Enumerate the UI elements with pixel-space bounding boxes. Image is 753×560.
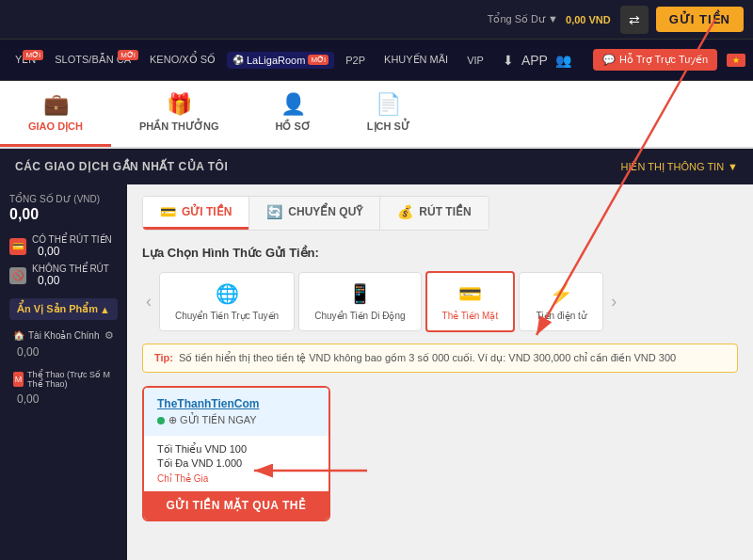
users-icon[interactable]: 👥: [555, 53, 571, 68]
sports-icon: M: [13, 372, 24, 387]
payment-method-the-tien-mat[interactable]: 💳 Thẻ Tiền Mặt: [425, 271, 516, 332]
toi-da-row: Tối Đa VND 1.000: [157, 457, 315, 470]
tab-phan-thuong[interactable]: 🎁 PHẦN THƯỞNG: [111, 81, 247, 147]
nav-item-keno[interactable]: KENO/XỔ SỐ: [142, 50, 223, 70]
payment-methods: ‹ 🌐 Chuyển Tiền Trực Tuyến 📱 Chuyển Tiền…: [142, 271, 738, 332]
balance-info: Tổng Số Dư ▼ 0,00 VND: [488, 13, 611, 25]
sub-tab-rut-tien[interactable]: 💰 RÚT TIỀN: [380, 197, 488, 230]
nav-item-khuyen-mai[interactable]: KHUYẾN MÃI: [376, 50, 456, 70]
withdrawable-amount: 0,00: [38, 245, 112, 258]
sub-tab-chuyen-quy[interactable]: 🔄 CHUYỂN QUỸ: [249, 197, 379, 230]
toi-thieu-row: Tối Thiểu VND 100: [157, 443, 315, 456]
badge-new-slots: MỚI: [118, 50, 138, 60]
payment-method-tien-dien-tu[interactable]: ⚡ Tiền điện tử: [519, 272, 603, 331]
download-icon[interactable]: ⬇: [503, 53, 514, 68]
hien-thi-button[interactable]: HIỂN THỊ THÔNG TIN ▼: [620, 161, 738, 173]
badge-new-laliga: MỚI: [308, 55, 328, 65]
nav-item-yen[interactable]: YẾN MỚI: [8, 50, 43, 70]
support-button[interactable]: 💬 Hỗ Trợ Trực Tuyến: [593, 49, 717, 71]
gui-tien-ngay-label: ⊕ GỬI TIỀN NGAY: [168, 414, 257, 426]
card-offer-amounts: Tối Thiểu VND 100 Tối Đa VND 1.000 Chỉ T…: [144, 436, 328, 491]
sidebar-balance-section: TỔNG SỐ DƯ (VND) 0,00: [9, 194, 118, 223]
next-payment-arrow[interactable]: ›: [607, 292, 620, 312]
top-bar: Tổng Số Dư ▼ 0,00 VND ⇄ GỬI TIỀN: [0, 0, 753, 40]
card-offer-header: TheThanhTienCom ⊕ GỬI TIỀN NGAY: [144, 388, 328, 436]
non-withdrawable-amount: 0,00: [38, 274, 109, 287]
tip-label: Tip:: [154, 352, 173, 364]
tab-lich-su-label: LỊCH SỬ: [367, 120, 409, 133]
tien-dien-tu-icon: ⚡: [550, 282, 573, 305]
gear-icon[interactable]: ⚙: [104, 329, 114, 342]
sidebar-section-chevron: ▲: [100, 304, 110, 315]
nav-item-laliga[interactable]: ⚽ LaLigaRoom MỚI: [227, 52, 334, 69]
lich-su-icon: 📄: [376, 92, 401, 117]
the-tien-mat-icon: 💳: [458, 282, 482, 305]
payment-method-truc-tuyen[interactable]: 🌐 Chuyển Tiền Trực Tuyến: [159, 272, 295, 331]
sidebar-sports[interactable]: M Thể Thao (Trực Số M Thể Thao): [9, 366, 118, 392]
chevron-down-icon: ▼: [728, 161, 738, 172]
tab-lich-su[interactable]: 📄 LỊCH SỬ: [339, 81, 438, 147]
tab-giao-dich-label: GIAO DỊCH: [28, 120, 83, 133]
main-account-label: Tài Khoản Chính: [28, 330, 100, 341]
card-offer-box: TheThanhTienCom ⊕ GỬI TIỀN NGAY Tối Thiể…: [142, 386, 330, 521]
sports-amount: 0,00: [9, 392, 118, 406]
transaction-banner-title: CÁC GIAO DỊCH GẦN NHẤT CỦA TÔI: [15, 160, 228, 173]
tab-giao-dich[interactable]: 💼 GIAO DỊCH: [0, 81, 111, 147]
ho-so-icon: 👤: [280, 92, 306, 117]
di-dong-label: Chuyển Tiền Di Động: [314, 311, 405, 321]
tab-phan-thuong-label: PHẦN THƯỞNG: [139, 120, 218, 133]
nav-bar: YẾN MỚI SLOTS/BẮN CÁ MỚI KENO/XỔ SỐ ⚽ La…: [0, 40, 753, 81]
sidebar-withdrawable-section: 💳 CÓ THỂ RÚT TIỀN 0,00 🚫 KHÔNG THỂ RÚT 0…: [9, 234, 118, 287]
gui-tien-top-button[interactable]: GỬI TIỀN: [656, 7, 744, 32]
giao-dich-icon: 💼: [43, 92, 69, 117]
sub-tab-gui-tien[interactable]: 💳 GỬI TIỀN: [143, 197, 248, 230]
sidebar-non-withdrawable-row: 🚫 KHÔNG THỂ RÚT 0,00: [9, 264, 118, 287]
truc-tuyen-icon: 🌐: [216, 282, 239, 305]
nav-item-slots[interactable]: SLOTS/BẮN CÁ MỚI: [47, 50, 138, 70]
the-tien-mat-label: Thẻ Tiền Mặt: [442, 311, 499, 321]
tab-ho-so[interactable]: 👤 HỒ SƠ: [247, 81, 338, 147]
sub-tab-rut-tien-label: RÚT TIỀN: [419, 205, 471, 218]
vn-flag: ★: [727, 54, 745, 67]
payment-method-di-dong[interactable]: 📱 Chuyển Tiền Di Động: [298, 272, 421, 331]
non-withdrawable-label: KHÔNG THỂ RÚT: [32, 264, 109, 274]
withdrawable-label: CÓ THỂ RÚT TIỀN: [32, 234, 112, 245]
tab-ho-so-label: HỒ SƠ: [275, 120, 310, 133]
card-offer-detail: ⊕ GỬI TIỀN NGAY: [157, 414, 315, 426]
right-panel: 💳 GỬI TIỀN 🔄 CHUYỂN QUỸ 💰 RÚT TIỀN Lựa C…: [127, 184, 753, 560]
sidebar-section-label: Ẩn Vị Sản Phẩm: [17, 303, 98, 315]
sidebar-withdrawable-row: 💳 CÓ THỂ RÚT TIỀN 0,00: [9, 234, 118, 258]
badge-new-yen: MỚI: [23, 50, 43, 60]
di-dong-icon: 📱: [348, 282, 372, 305]
main-content: TỔNG SỐ DƯ (VND) 0,00 💳 CÓ THỂ RÚT TIỀN …: [0, 184, 753, 560]
rut-tien-tab-icon: 💰: [397, 204, 413, 219]
support-label: Hỗ Trợ Trực Tuyến: [619, 54, 708, 66]
tien-dien-tu-label: Tiền điện tử: [537, 311, 586, 321]
sports-label: Thể Thao (Trực Số M Thể Thao): [27, 370, 114, 389]
hien-thi-label: HIỂN THỊ THÔNG TIN: [620, 161, 724, 173]
non-withdrawable-icon: 🚫: [9, 267, 26, 284]
green-dot: [157, 417, 165, 424]
app-label[interactable]: APP: [521, 53, 548, 68]
transaction-banner: CÁC GIAO DỊCH GẦN NHẤT CỦA TÔI HIỂN THỊ …: [0, 149, 753, 184]
main-account-icon: 🏠: [13, 330, 24, 341]
card-offer-note: Chỉ Thẻ Gia: [157, 473, 315, 484]
gui-tien-mat-qua-the-button[interactable]: GỬI TIỀN MẶT QUA THẺ: [144, 491, 328, 520]
truc-tuyen-label: Chuyển Tiền Trực Tuyến: [175, 311, 279, 321]
sidebar-balance-label: TỔNG SỐ DƯ (VND): [9, 194, 118, 204]
sub-tab-chuyen-quy-label: CHUYỂN QUỸ: [288, 205, 362, 218]
chuyen-quy-tab-icon: 🔄: [266, 204, 282, 219]
sidebar-section-header[interactable]: Ẩn Vị Sản Phẩm ▲: [9, 298, 118, 320]
phan-thuong-icon: 🎁: [167, 92, 192, 117]
main-account-amount: 0,00: [9, 345, 118, 359]
sidebar-balance-amount: 0,00: [9, 206, 118, 223]
sidebar-main-account[interactable]: 🏠 Tài Khoản Chính ⚙: [9, 326, 118, 345]
balance-amount: 0,00 VND: [566, 14, 611, 25]
prev-payment-arrow[interactable]: ‹: [142, 292, 155, 312]
balance-label: Tổng Số Dư ▼: [488, 13, 558, 25]
nav-item-vip[interactable]: VIP: [459, 51, 491, 70]
tabs-row: 💼 GIAO DỊCH 🎁 PHẦN THƯỞNG 👤 HỒ SƠ 📄 LỊCH…: [0, 81, 753, 149]
sub-tab-gui-tien-label: GỬI TIỀN: [182, 205, 232, 218]
nav-item-p2p[interactable]: P2P: [338, 51, 373, 70]
support-icon: 💬: [602, 54, 616, 66]
